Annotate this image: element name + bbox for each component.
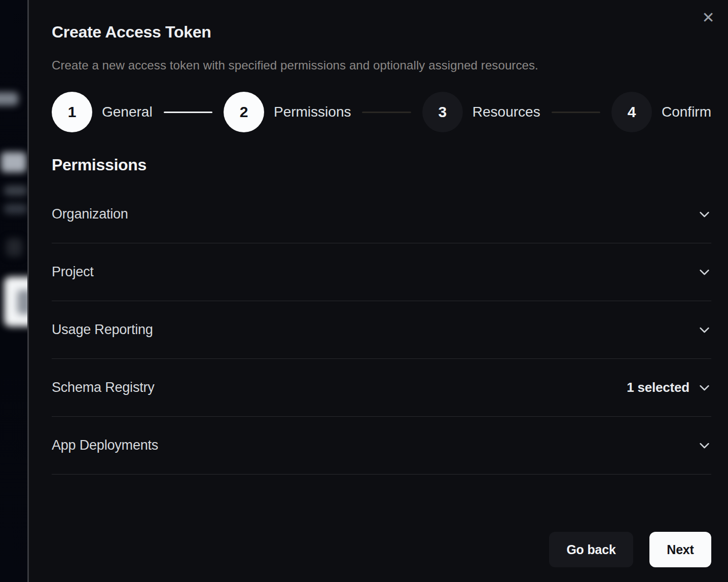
accordion-app-deployments[interactable]: App Deployments: [52, 417, 711, 475]
wizard-stepper: 1 General 2 Permissions 3 Resources 4 Co…: [52, 92, 711, 132]
accordion-schema-registry[interactable]: Schema Registry 1 selected: [52, 359, 711, 417]
group-label: Usage Reporting: [52, 322, 153, 338]
modal-subtitle: Create a new access token with specified…: [52, 58, 711, 72]
permission-groups: Organization Project Usage Reporting: [52, 186, 711, 475]
step-resources[interactable]: 3 Resources: [422, 92, 540, 132]
chevron-down-icon: [698, 265, 711, 279]
background-page: [0, 0, 27, 582]
group-label: App Deployments: [52, 438, 158, 453]
step-number-badge: 2: [224, 92, 264, 132]
step-number-badge: 3: [422, 92, 463, 132]
blurred-nav-item: [0, 92, 18, 105]
accordion-organization[interactable]: Organization: [52, 186, 711, 243]
permissions-heading: Permissions: [52, 156, 711, 174]
create-access-token-modal: ✕ Create Access Token Create a new acces…: [27, 0, 728, 582]
blurred-heading: [1, 152, 26, 172]
group-label: Project: [52, 264, 94, 280]
step-label: Confirm: [662, 104, 711, 120]
next-button[interactable]: Next: [649, 532, 711, 567]
step-general[interactable]: 1 General: [52, 92, 153, 132]
chevron-down-icon: [698, 381, 711, 394]
chevron-down-icon: [698, 439, 711, 452]
group-label: Schema Registry: [52, 380, 155, 395]
chevron-down-icon: [698, 207, 711, 221]
step-label: Permissions: [274, 104, 351, 120]
group-label: Organization: [52, 206, 128, 222]
step-number-badge: 1: [52, 92, 92, 132]
step-connector: [362, 112, 411, 113]
accordion-usage-reporting[interactable]: Usage Reporting: [52, 301, 711, 359]
blurred-text-line: [4, 204, 27, 214]
modal-footer: Go back Next: [549, 532, 711, 567]
step-permissions[interactable]: 2 Permissions: [224, 92, 351, 132]
step-label: Resources: [472, 104, 540, 120]
step-connector: [164, 112, 212, 113]
blurred-text-line: [4, 186, 27, 196]
close-icon[interactable]: ✕: [700, 9, 717, 26]
step-confirm[interactable]: 4 Confirm: [611, 92, 711, 132]
blurred-card-detail: [17, 290, 27, 314]
chevron-down-icon: [698, 323, 711, 337]
accordion-project[interactable]: Project: [52, 243, 711, 301]
blurred-icon: [6, 238, 22, 257]
step-number-badge: 4: [611, 92, 652, 132]
step-label: General: [102, 104, 153, 120]
selection-count: 1 selected: [627, 380, 689, 395]
step-connector: [552, 112, 600, 113]
modal-title: Create Access Token: [52, 23, 711, 42]
go-back-button[interactable]: Go back: [549, 532, 633, 567]
